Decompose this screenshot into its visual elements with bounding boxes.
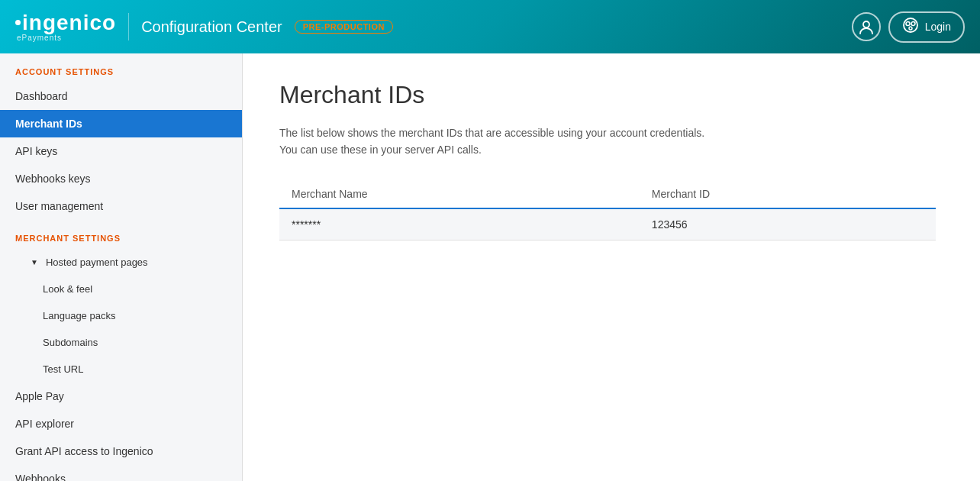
sidebar-item-api-keys-label: API keys — [15, 145, 57, 157]
main-layout: ACCOUNT SETTINGS Dashboard Merchant IDs … — [0, 53, 980, 481]
svg-point-2 — [906, 21, 910, 25]
svg-point-3 — [911, 21, 915, 25]
col-merchant-id: Merchant ID — [640, 180, 936, 208]
sidebar-item-api-keys[interactable]: API keys — [0, 137, 242, 165]
table-row: ******* 123456 — [279, 208, 936, 240]
sidebar-item-dashboard[interactable]: Dashboard — [0, 82, 242, 110]
sidebar-item-merchant-ids-label: Merchant IDs — [15, 118, 82, 130]
user-icon[interactable] — [852, 12, 881, 41]
sidebar-item-apple-pay[interactable]: Apple Pay — [0, 383, 242, 410]
logo-ingenico: ingenico — [15, 12, 116, 34]
sidebar-item-grant-api-access-label: Grant API access to Ingenico — [15, 445, 153, 457]
logo-dot — [15, 20, 21, 25]
pre-production-badge: PRE-PRODUCTION — [295, 20, 393, 34]
sidebar-item-subdomains-label: Subdomains — [43, 337, 98, 348]
sidebar-item-apple-pay-label: Apple Pay — [15, 390, 64, 402]
sidebar: ACCOUNT SETTINGS Dashboard Merchant IDs … — [0, 53, 243, 481]
sidebar-item-webhooks-label: Webhooks — [15, 473, 66, 481]
sidebar-item-webhooks-keys[interactable]: Webhooks keys — [0, 165, 242, 192]
app-title: Configuration Center — [141, 18, 282, 36]
sidebar-item-subdomains[interactable]: Subdomains — [0, 329, 242, 356]
sidebar-item-user-management[interactable]: User management — [0, 192, 242, 220]
sidebar-item-look-feel[interactable]: Look & feel — [0, 276, 242, 302]
header-left: ingenico ePayments Configuration Center … — [15, 12, 393, 42]
login-icon — [902, 17, 919, 37]
sidebar-item-webhooks-keys-label: Webhooks keys — [15, 173, 91, 185]
description-line1: The list below shows the merchant IDs th… — [279, 124, 943, 141]
sidebar-item-webhooks[interactable]: Webhooks — [0, 465, 242, 481]
sidebar-item-api-explorer-label: API explorer — [15, 418, 74, 430]
logo-epayments: ePayments — [17, 34, 62, 42]
sidebar-item-language-packs[interactable]: Language packs — [0, 302, 242, 329]
login-button[interactable]: Login — [888, 11, 965, 43]
merchant-id-cell: 123456 — [640, 208, 936, 240]
col-merchant-name: Merchant Name — [279, 180, 640, 208]
header-divider — [128, 13, 129, 40]
merchant-table: Merchant Name Merchant ID ******* 123456 — [279, 180, 936, 240]
sidebar-item-language-packs-label: Language packs — [43, 310, 115, 321]
sidebar-item-api-explorer[interactable]: API explorer — [0, 410, 242, 437]
sidebar-item-dashboard-label: Dashboard — [15, 90, 68, 102]
logo-block: ingenico ePayments — [15, 12, 116, 42]
main-content: Merchant IDs The list below shows the me… — [243, 53, 980, 481]
account-settings-section-label: ACCOUNT SETTINGS — [0, 53, 242, 82]
description: The list below shows the merchant IDs th… — [279, 124, 943, 159]
sidebar-item-hosted-payment-pages[interactable]: ▼ Hosted payment pages — [0, 249, 242, 276]
sidebar-item-merchant-ids[interactable]: Merchant IDs — [0, 110, 242, 137]
sidebar-item-grant-api-access[interactable]: Grant API access to Ingenico — [0, 437, 242, 465]
sidebar-item-user-management-label: User management — [15, 200, 103, 212]
sidebar-item-hosted-payment-pages-label: Hosted payment pages — [46, 257, 148, 268]
merchant-name-cell: ******* — [279, 208, 640, 240]
sidebar-item-test-url-label: Test URL — [43, 363, 83, 375]
header: ingenico ePayments Configuration Center … — [0, 0, 980, 53]
svg-point-4 — [909, 27, 912, 30]
page-title: Merchant IDs — [279, 81, 943, 109]
svg-point-0 — [863, 21, 869, 27]
sidebar-item-test-url[interactable]: Test URL — [0, 356, 242, 383]
description-line2: You can use these in your server API cal… — [279, 141, 943, 158]
merchant-settings-section-label: MERCHANT SETTINGS — [0, 220, 242, 249]
sidebar-item-look-feel-label: Look & feel — [43, 283, 92, 295]
login-label: Login — [925, 21, 951, 33]
chevron-down-icon: ▼ — [31, 258, 38, 266]
header-right: Login — [852, 11, 965, 43]
